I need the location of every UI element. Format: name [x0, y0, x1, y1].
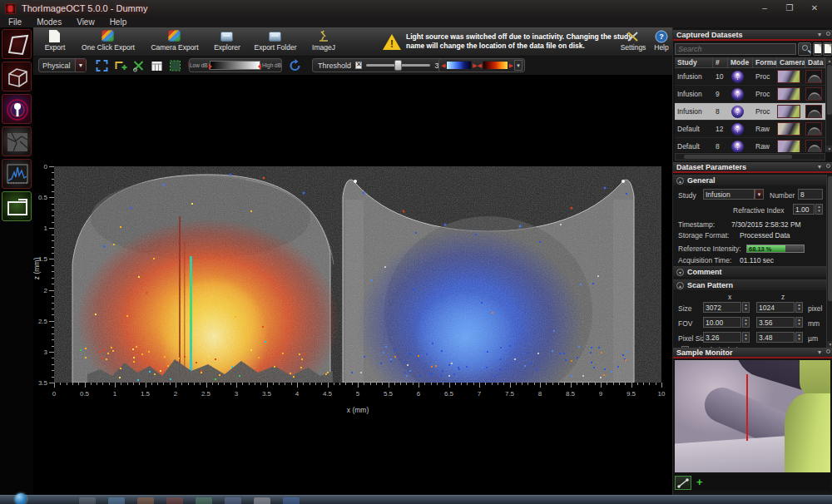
- explorer-button[interactable]: Explorer: [208, 29, 246, 55]
- scroll-down-icon[interactable]: ▼: [827, 341, 832, 348]
- mode-3d-view-button[interactable]: [2, 62, 32, 91]
- table-icon[interactable]: [150, 59, 164, 72]
- start-button[interactable]: [15, 493, 27, 504]
- mode-review-button[interactable]: [2, 191, 32, 221]
- taskbar-app-icon[interactable]: [225, 497, 241, 504]
- high-handle-icon[interactable]: [255, 63, 261, 70]
- settings-button[interactable]: Settings: [616, 29, 651, 55]
- datasets-horizontal-scrollbar[interactable]: [675, 153, 825, 161]
- search-button[interactable]: [798, 42, 811, 56]
- export-folder-button[interactable]: Export Folder: [248, 29, 303, 55]
- grayscale-range-widget[interactable]: Low dB High dB: [189, 58, 282, 72]
- mode-spectrum-button[interactable]: [2, 159, 32, 189]
- camera-thumbnail: [777, 122, 800, 136]
- colormap-widget[interactable]: ◀ ▶◀ ▶ ▼: [438, 58, 525, 72]
- pin-icon[interactable]: [824, 348, 832, 356]
- restore-button[interactable]: ❐: [779, 2, 800, 14]
- oct-bscan-image[interactable]: [54, 166, 661, 383]
- sample-monitor-header[interactable]: Sample Monitor ▾: [673, 348, 832, 358]
- collapse-icon[interactable]: ▴: [676, 177, 684, 185]
- search-input[interactable]: [675, 43, 796, 55]
- x-tick: [345, 383, 346, 385]
- dataset-row[interactable]: Default 12 Raw: [675, 121, 825, 138]
- x-tick: [376, 383, 377, 385]
- x-tick: [206, 383, 207, 388]
- taskbar-app-icon[interactable]: [166, 497, 183, 504]
- positive-colormap-strip[interactable]: [483, 61, 508, 70]
- collapse-icon[interactable]: ▴: [676, 282, 684, 289]
- refractive-index-spinner[interactable]: ▲▼: [815, 204, 823, 215]
- imagej-button[interactable]: ImageJ: [305, 29, 343, 55]
- dataset-parameters-header[interactable]: Dataset Parameters ▾: [673, 162, 832, 173]
- dataset-row[interactable]: Infusion 10 Proc: [675, 68, 825, 86]
- camera-export-button[interactable]: Camera Export: [145, 29, 205, 55]
- menu-help[interactable]: Help: [110, 17, 127, 27]
- mode-doppler-button[interactable]: [2, 94, 32, 124]
- number-field[interactable]: [798, 189, 823, 200]
- grayscale-gradient-bar[interactable]: [210, 61, 260, 70]
- scroll-down-icon[interactable]: ▼: [826, 146, 832, 152]
- dataset-row-selected[interactable]: Infusion 8 Proc: [675, 103, 825, 121]
- cmap-right-handle-icon[interactable]: ▶: [509, 61, 513, 70]
- mode-enface-button[interactable]: [2, 126, 32, 156]
- pin-icon[interactable]: [824, 31, 832, 38]
- pixel-size-x-field[interactable]: [703, 332, 741, 343]
- taskbar-app-icon[interactable]: [79, 497, 96, 504]
- export-button[interactable]: Export: [38, 29, 72, 55]
- cmap-mid-handles-icon[interactable]: ▶◀: [473, 61, 482, 70]
- threshold-slider-thumb[interactable]: [394, 60, 402, 71]
- captured-datasets-header[interactable]: Captured Datasets ▾: [673, 30, 832, 41]
- load-dataset-button[interactable]: [823, 42, 832, 56]
- datasets-vertical-scrollbar[interactable]: ▲ ▼: [825, 57, 832, 152]
- pixel-size-z-field[interactable]: [756, 332, 795, 343]
- measure-tool-button[interactable]: [675, 476, 691, 490]
- add-marker-button[interactable]: +: [696, 476, 703, 489]
- taskbar-app-icon[interactable]: [108, 497, 125, 504]
- dataset-row[interactable]: Default 8 Raw: [675, 138, 825, 152]
- taskbar-app-icon[interactable]: [137, 497, 154, 504]
- taskbar-active-app-icon[interactable]: [254, 497, 270, 504]
- close-button[interactable]: ✕: [804, 2, 825, 14]
- fit-view-icon[interactable]: [95, 59, 109, 72]
- chevron-down-icon[interactable]: ▾: [815, 348, 824, 356]
- scan-pattern-section-header[interactable]: ▴ Scan Pattern: [673, 279, 826, 290]
- sample-camera-image[interactable]: [675, 360, 830, 472]
- scroll-up-icon[interactable]: ▲: [826, 57, 832, 64]
- refractive-index-field[interactable]: [793, 204, 815, 215]
- refresh-icon[interactable]: [288, 59, 302, 72]
- general-section-header[interactable]: ▴ General: [673, 175, 826, 185]
- pin-icon[interactable]: [824, 163, 832, 170]
- size-z-field[interactable]: [756, 302, 795, 313]
- fov-x-field[interactable]: [703, 317, 741, 328]
- colormap-dropdown[interactable]: ▼: [514, 60, 522, 71]
- menu-modes[interactable]: Modes: [37, 17, 62, 27]
- expand-icon[interactable]: ▾: [676, 269, 684, 276]
- taskbar-app-icon[interactable]: [196, 497, 212, 504]
- dataset-row[interactable]: Infusion 9 Proc: [675, 86, 825, 103]
- negative-colormap-strip[interactable]: [446, 61, 472, 70]
- mode-2d-view-button[interactable]: [2, 29, 32, 59]
- menu-file[interactable]: File: [8, 17, 22, 27]
- minimize-button[interactable]: –: [754, 2, 775, 14]
- study-field[interactable]: [703, 189, 755, 200]
- chevron-down-icon[interactable]: ▾: [815, 163, 824, 170]
- menu-view[interactable]: View: [77, 17, 95, 27]
- cmap-left-handle-icon[interactable]: ◀: [441, 61, 445, 70]
- one-click-export-button[interactable]: One Click Export: [75, 29, 141, 55]
- new-dataset-button[interactable]: [813, 42, 822, 56]
- taskbar-app-icon[interactable]: [283, 497, 300, 504]
- threshold-slider[interactable]: [366, 64, 430, 67]
- fov-z-field[interactable]: [756, 317, 795, 328]
- cut-region-icon[interactable]: [131, 59, 146, 72]
- chevron-down-icon[interactable]: ▾: [815, 31, 824, 38]
- study-dropdown[interactable]: ▼: [755, 189, 764, 200]
- coordinate-mode-select[interactable]: Physical ▼: [38, 58, 87, 72]
- help-button[interactable]: ? Help: [651, 29, 672, 55]
- size-x-field[interactable]: [703, 302, 741, 313]
- low-handle-icon[interactable]: [209, 63, 215, 70]
- parameters-vertical-scrollbar[interactable]: ▼: [826, 175, 832, 348]
- add-region-icon[interactable]: [113, 59, 127, 72]
- comment-section-header[interactable]: ▾ Comment: [673, 266, 826, 277]
- threshold-checkbox[interactable]: [355, 62, 362, 69]
- select-region-icon[interactable]: [168, 59, 182, 72]
